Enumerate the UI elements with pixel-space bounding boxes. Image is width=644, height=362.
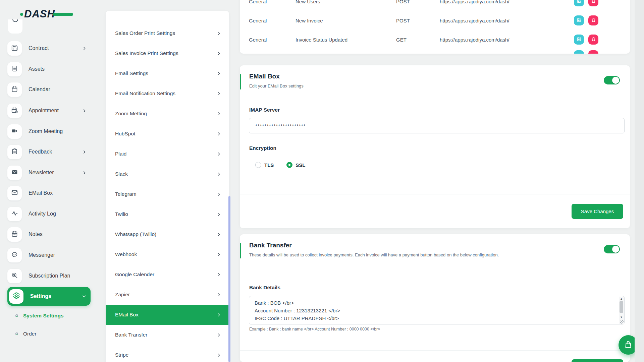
menu-item-google-calender[interactable]: Google Calender xyxy=(106,264,229,285)
pencil-square-icon xyxy=(577,0,582,4)
logo-bar-accent xyxy=(53,13,73,16)
radio-checked-icon xyxy=(286,162,292,168)
cell-module: General xyxy=(249,0,267,4)
menu-item-email-box[interactable]: EMail Box xyxy=(106,305,229,325)
card-subtitle: Edit your EMail Box settings xyxy=(249,83,304,88)
menu-item-webhook[interactable]: Webhook xyxy=(106,244,229,264)
chevron-right-icon xyxy=(82,171,87,175)
settings-menu-panel: Sales Order Print Settings Sales Invoice… xyxy=(106,11,229,362)
sidebar-subitem-system-settings[interactable]: System Settings xyxy=(15,311,64,320)
edit-button[interactable] xyxy=(574,50,584,54)
sidebar-item-messenger[interactable]: Messenger xyxy=(7,248,91,262)
envelope-icon xyxy=(11,189,18,197)
delete-button[interactable] xyxy=(588,0,598,6)
sidebar-item-label: EMail Box xyxy=(29,190,53,196)
logo-text: DASH xyxy=(24,8,55,20)
menu-item-plaid[interactable]: Plaid xyxy=(106,144,229,164)
sidebar-item-partial[interactable] xyxy=(8,19,22,34)
edit-button[interactable] xyxy=(574,35,584,45)
imap-server-input[interactable] xyxy=(249,118,625,133)
sidebar-item-label: Contract xyxy=(29,45,49,51)
sidebar-item-calendar[interactable]: Calendar xyxy=(7,82,91,97)
email-box-card: EMail Box Edit your EMail Box settings I… xyxy=(240,65,630,228)
resize-handle-icon[interactable] xyxy=(620,320,624,324)
email-box-card-header: EMail Box Edit your EMail Box settings xyxy=(240,65,630,98)
imap-server-label: IMAP Server xyxy=(249,107,280,113)
sidebar-item-notes[interactable]: Notes xyxy=(7,227,91,242)
radio-option-ssl[interactable]: SSL xyxy=(286,162,305,168)
chevron-right-icon xyxy=(217,273,221,277)
save-changes-button-partial[interactable]: Save Changes xyxy=(572,359,623,362)
submenu-scrollbar[interactable] xyxy=(228,196,230,362)
bank-transfer-card: Bank Transfer These details will be used… xyxy=(240,234,630,362)
bank-details-textarea[interactable]: Bank : BOB </br> Account Number : 123132… xyxy=(249,296,625,324)
sidebar-item-subscription-plan[interactable]: Subscription Plan xyxy=(7,268,91,283)
chevron-right-icon xyxy=(217,353,221,357)
sidebar-item-feedback[interactable]: Feedback xyxy=(7,144,91,159)
cell-event: New Invoice xyxy=(296,18,323,23)
edit-button[interactable] xyxy=(574,15,584,25)
menu-item-email-settings[interactable]: Email Settings xyxy=(106,63,229,83)
sidebar-item-appointment[interactable]: Appointment xyxy=(7,103,91,118)
table-row-partial xyxy=(240,49,630,54)
menu-item-sales-invoice-print-settings[interactable]: Sales Invoice Print Settings xyxy=(106,43,229,63)
pencil-square-icon xyxy=(577,37,582,43)
sidebar-item-label: Appointment xyxy=(29,108,59,114)
menu-item-zapier[interactable]: Zapier xyxy=(106,285,229,305)
delete-button[interactable] xyxy=(588,50,598,54)
table-row: General New Invoice POST https://apps.ra… xyxy=(240,11,630,30)
menu-item-email-notification-settings[interactable]: Email Notification Settings xyxy=(106,83,229,104)
notes-icon xyxy=(11,230,18,239)
bank-transfer-card-header: Bank Transfer These details will be used… xyxy=(240,234,630,267)
menu-item-bank-transfer[interactable]: Bank Transfer xyxy=(106,325,229,345)
sidebar-item-zoom-meeting[interactable]: Zoom Meeting xyxy=(7,124,91,139)
sidebar-item-settings[interactable]: Settings xyxy=(7,287,91,306)
sidebar-item-newsletter[interactable]: Newsletter xyxy=(7,165,91,180)
scroll-up-icon[interactable]: ▲ xyxy=(619,297,624,301)
sidebar-item-contract[interactable]: Contract xyxy=(7,41,91,56)
sidebar-item-assets[interactable]: Assets xyxy=(7,62,91,76)
menu-item-slack[interactable]: Slack xyxy=(106,164,229,184)
menu-item-telegram[interactable]: Telegram xyxy=(106,184,229,204)
calendar-clock-icon xyxy=(11,107,18,115)
scrollbar-thumb[interactable] xyxy=(620,301,623,313)
save-changes-button[interactable]: Save Changes xyxy=(572,204,623,219)
sidebar-item-email-box[interactable]: EMail Box xyxy=(7,186,91,200)
save-icon xyxy=(11,44,18,53)
card-title: EMail Box xyxy=(249,73,280,80)
menu-item-zoom-metting[interactable]: Zoom Metting xyxy=(106,104,229,124)
sidebar-item-label: Notes xyxy=(29,231,43,237)
edit-button[interactable] xyxy=(574,0,584,6)
sidebar-item-activity-log[interactable]: Activity Log xyxy=(7,206,91,221)
chevron-right-icon xyxy=(217,152,221,156)
page-scrollbar[interactable] xyxy=(635,0,644,362)
radio-option-tls[interactable]: TLS xyxy=(255,162,274,168)
clock-icon xyxy=(12,19,18,22)
delete-button[interactable] xyxy=(588,35,598,45)
chevron-right-icon xyxy=(217,192,221,196)
sidebar-item-label: Zoom Meeting xyxy=(29,128,63,134)
chat-bubble-icon xyxy=(11,251,18,259)
menu-item-hubspot[interactable]: HubSpot xyxy=(106,124,229,144)
green-accent-bar xyxy=(240,74,241,89)
menu-item-stripe[interactable]: Stripe xyxy=(106,345,229,362)
logo-dot-accent xyxy=(20,13,23,16)
sidebar-subitem-order[interactable]: Order xyxy=(15,329,37,339)
scroll-down-icon[interactable]: ▼ xyxy=(619,315,624,319)
sidebar-item-label: Assets xyxy=(29,66,45,72)
chevron-right-icon xyxy=(217,293,221,297)
menu-item-sales-order-print-settings[interactable]: Sales Order Print Settings xyxy=(106,23,229,43)
video-camera-icon xyxy=(11,127,18,136)
cell-event: New Users xyxy=(296,0,320,4)
chevron-right-icon xyxy=(82,46,87,51)
bank-transfer-toggle[interactable] xyxy=(604,245,620,253)
chevron-right-icon xyxy=(217,112,221,116)
divider xyxy=(240,350,630,351)
sidebar-item-label: Messenger xyxy=(29,252,55,258)
trash-icon xyxy=(591,0,596,4)
email-box-toggle[interactable] xyxy=(604,76,620,84)
delete-button[interactable] xyxy=(588,15,598,25)
menu-item-whatsapp-twilio[interactable]: Whatsapp (Twilio) xyxy=(106,224,229,244)
menu-item-twilio[interactable]: Twilio xyxy=(106,204,229,224)
brand-logo[interactable]: DASH xyxy=(24,8,74,20)
